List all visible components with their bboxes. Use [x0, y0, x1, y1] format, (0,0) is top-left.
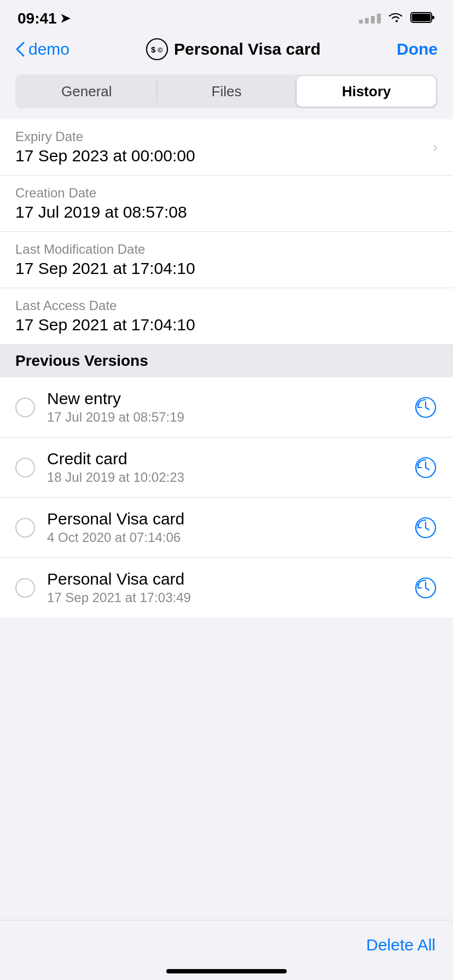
previous-versions-header: Previous Versions: [0, 345, 453, 377]
tab-files[interactable]: Files: [157, 76, 297, 107]
info-list: Expiry Date 17 Sep 2023 at 00:00:00 › Cr…: [0, 119, 453, 345]
version-radio-1[interactable]: [15, 458, 35, 477]
battery-icon: [410, 11, 435, 26]
chevron-right-icon: ›: [433, 138, 438, 156]
creation-date-value: 17 Jul 2019 at 08:57:08: [15, 203, 438, 221]
location-icon: ➤: [60, 11, 70, 26]
svg-rect-1: [432, 16, 434, 19]
svg-point-3: [147, 39, 167, 60]
version-radio-3[interactable]: [15, 578, 35, 598]
version-list: New entry 17 Jul 2019 at 08:57:19 Credit…: [0, 377, 453, 617]
version-date-1: 18 Jul 2019 at 10:02:23: [47, 470, 414, 485]
version-row: New entry 17 Jul 2019 at 08:57:19: [0, 377, 453, 438]
status-bar: 09:41 ➤: [0, 0, 453, 30]
version-date-2: 4 Oct 2020 at 07:14:06: [47, 530, 414, 545]
version-row: Credit card 18 Jul 2019 at 10:02:23: [0, 438, 453, 498]
nav-title: $ © Personal Visa card: [146, 38, 321, 61]
version-row: Personal Visa card 17 Sep 2021 at 17:03:…: [0, 558, 453, 617]
tab-general[interactable]: General: [17, 76, 156, 107]
status-time: 09:41 ➤: [18, 10, 70, 27]
signal-icon: [359, 14, 381, 24]
version-radio-2[interactable]: [15, 518, 35, 538]
nav-bar: demo $ © Personal Visa card Done: [0, 30, 453, 69]
last-access-date-row: Last Access Date 17 Sep 2021 at 17:04:10: [0, 288, 453, 345]
expiry-date-label: Expiry Date: [15, 129, 427, 144]
history-icon-3[interactable]: [414, 576, 438, 600]
history-icon-1[interactable]: [414, 456, 438, 480]
done-button[interactable]: Done: [397, 40, 438, 59]
creation-date-label: Creation Date: [15, 185, 438, 201]
version-name-1: Credit card: [47, 450, 414, 468]
version-radio-0[interactable]: [15, 398, 35, 417]
last-access-date-value: 17 Sep 2021 at 17:04:10: [15, 316, 438, 334]
expiry-date-value: 17 Sep 2023 at 00:00:00: [15, 147, 427, 165]
last-modification-date-row: Last Modification Date 17 Sep 2021 at 17…: [0, 232, 453, 288]
creation-date-row: Creation Date 17 Jul 2019 at 08:57:08: [0, 176, 453, 232]
history-icon-0[interactable]: [414, 395, 438, 419]
last-modification-date-label: Last Modification Date: [15, 242, 438, 257]
svg-rect-2: [412, 14, 431, 21]
last-modification-date-value: 17 Sep 2021 at 17:04:10: [15, 259, 438, 278]
segment-control: General Files History: [15, 74, 438, 108]
status-icons: [359, 11, 435, 26]
version-name-2: Personal Visa card: [47, 510, 414, 528]
version-date-3: 17 Sep 2021 at 17:03:49: [47, 590, 414, 605]
entry-type-icon: $ ©: [146, 38, 169, 61]
svg-text:©: ©: [158, 46, 163, 54]
home-indicator: [166, 969, 287, 973]
back-button[interactable]: demo: [15, 40, 69, 59]
history-icon-2[interactable]: [414, 516, 438, 540]
version-name-3: Personal Visa card: [47, 570, 414, 588]
wifi-icon: [387, 11, 404, 26]
version-date-0: 17 Jul 2019 at 08:57:19: [47, 410, 414, 425]
tab-history[interactable]: History: [297, 76, 436, 107]
svg-text:$: $: [151, 45, 156, 54]
version-name-0: New entry: [47, 389, 414, 408]
delete-all-button[interactable]: Delete All: [366, 936, 435, 954]
expiry-date-row[interactable]: Expiry Date 17 Sep 2023 at 00:00:00 ›: [0, 119, 453, 176]
last-access-date-label: Last Access Date: [15, 298, 438, 313]
version-row: Personal Visa card 4 Oct 2020 at 07:14:0…: [0, 498, 453, 558]
spacer: [0, 617, 453, 689]
